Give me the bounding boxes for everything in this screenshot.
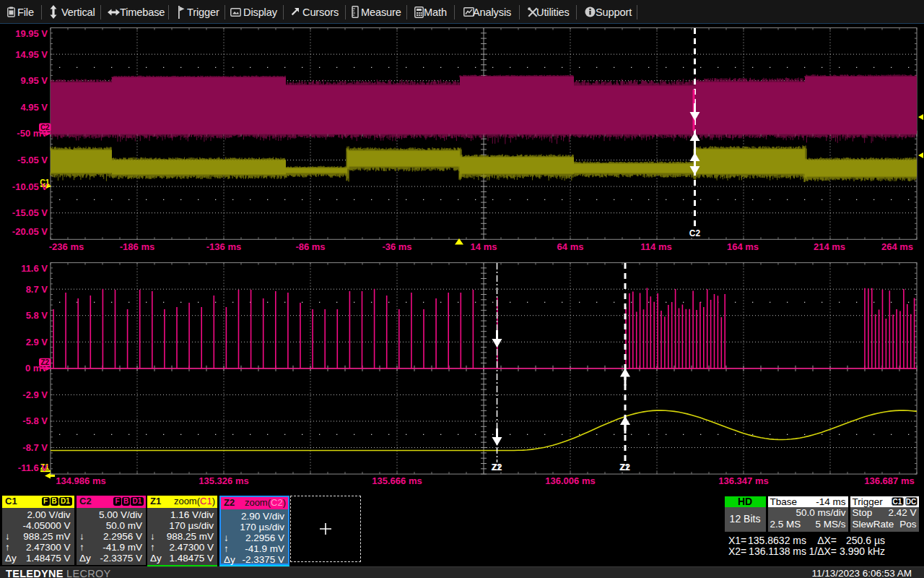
svg-text:Z1: Z1 [491, 462, 501, 473]
svg-text:C2: C2 [689, 228, 701, 238]
svg-text:Z1: Z1 [619, 462, 629, 473]
